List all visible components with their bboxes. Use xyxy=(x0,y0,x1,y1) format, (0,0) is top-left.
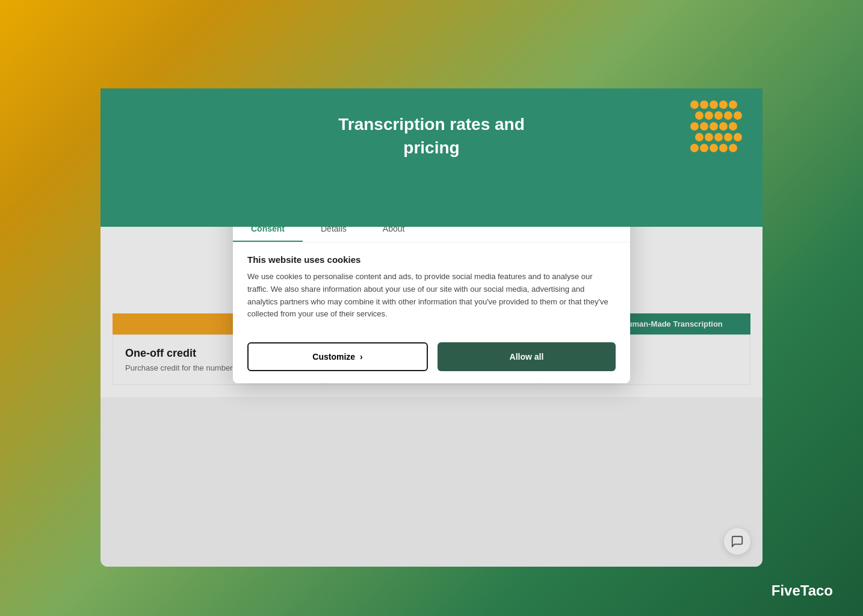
modal-tabs: Consent Details About xyxy=(233,227,630,242)
tab-details[interactable]: Details xyxy=(303,227,365,242)
cookie-modal-overlay: A Consent Details About This website use… xyxy=(101,227,762,567)
hero-section: Transcription rates and pricing xyxy=(101,88,762,227)
cookie-modal: A Consent Details About This website use… xyxy=(233,227,630,383)
fivetaco-watermark: FiveTaco xyxy=(772,582,833,599)
modal-actions: Customize › Allow all xyxy=(233,333,630,383)
modal-body-text: We use cookies to personalise content an… xyxy=(247,271,616,321)
modal-heading: This website uses cookies xyxy=(247,254,616,265)
modal-body: This website uses cookies We use cookies… xyxy=(233,242,630,333)
arrow-icon: › xyxy=(360,352,363,362)
tab-consent[interactable]: Consent xyxy=(233,227,303,242)
tab-about[interactable]: About xyxy=(365,227,423,242)
allow-all-button[interactable]: Allow all xyxy=(438,342,616,371)
browser-window: Amberscript Products ⌄ Business ⌄ Pricin… xyxy=(101,49,762,567)
hero-title: Transcription rates and pricing xyxy=(119,112,744,159)
customize-button[interactable]: Customize › xyxy=(247,342,428,371)
